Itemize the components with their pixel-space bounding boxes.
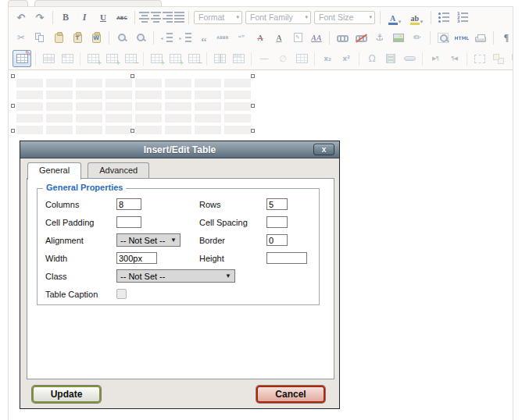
- split-merged-cells-icon[interactable]: [211, 51, 228, 66]
- insert-column-after-icon[interactable]: +: [166, 51, 184, 66]
- alignment-select[interactable]: -- Not Set --▼: [116, 233, 181, 247]
- table-cell[interactable]: [195, 102, 221, 111]
- table-cell-properties-icon[interactable]: [59, 51, 76, 66]
- rows-input[interactable]: [266, 198, 288, 210]
- insert-row-after-icon[interactable]: +: [103, 51, 120, 66]
- insert-advanced-hr-icon[interactable]: [401, 51, 418, 66]
- table-cell[interactable]: [76, 114, 102, 123]
- table-cell[interactable]: [76, 102, 102, 111]
- class-select[interactable]: -- Not Set --▼: [116, 269, 235, 283]
- toggle-guidelines-icon[interactable]: [293, 51, 310, 66]
- table-cell[interactable]: [105, 126, 132, 134]
- align-center-icon[interactable]: [151, 9, 161, 25]
- align-justify-icon[interactable]: [174, 9, 184, 25]
- font-family-select[interactable]: Font Family▾: [245, 11, 311, 24]
- table-cell[interactable]: [76, 126, 102, 134]
- indent-icon[interactable]: ▸: [177, 30, 194, 45]
- table-row-properties-icon[interactable]: [40, 51, 57, 66]
- selection-handle[interactable]: [251, 104, 255, 108]
- unlink-icon[interactable]: [352, 30, 370, 45]
- table-cell[interactable]: [165, 114, 191, 123]
- cell-padding-input[interactable]: [116, 216, 141, 228]
- selection-handle[interactable]: [11, 74, 15, 78]
- selection-handle[interactable]: [130, 74, 134, 78]
- table-cell[interactable]: [46, 126, 73, 134]
- insert-row-before-icon[interactable]: +: [84, 51, 102, 66]
- table-cell[interactable]: [135, 79, 162, 87]
- table-cell[interactable]: [224, 79, 251, 87]
- paste-icon[interactable]: [50, 30, 67, 45]
- find-icon[interactable]: [113, 30, 130, 45]
- anchor-icon[interactable]: ⚓: [371, 30, 388, 45]
- table-cell[interactable]: [76, 79, 102, 87]
- border-input[interactable]: [266, 234, 288, 246]
- selection-handle[interactable]: [130, 129, 134, 133]
- table-cell[interactable]: [165, 102, 191, 111]
- update-button[interactable]: Update: [32, 386, 101, 403]
- deleted-text-icon[interactable]: A: [252, 30, 269, 45]
- italic-icon[interactable]: I: [76, 9, 93, 25]
- selection-handle[interactable]: [11, 129, 15, 133]
- font-size-select[interactable]: Font Size▾: [314, 11, 375, 24]
- table-cell[interactable]: [195, 114, 221, 123]
- citation-icon[interactable]: “”: [233, 30, 250, 45]
- insert-column-before-icon[interactable]: +: [148, 51, 165, 66]
- selection-handle[interactable]: [11, 104, 15, 108]
- left-to-right-icon[interactable]: ▶¶: [427, 51, 444, 66]
- bring-forward-icon[interactable]: [490, 51, 507, 66]
- table-cell[interactable]: [76, 91, 102, 99]
- table-cell[interactable]: [16, 79, 43, 87]
- table-cell[interactable]: [16, 126, 43, 134]
- edit-attributes-icon[interactable]: ✎: [289, 30, 306, 45]
- format-select[interactable]: Format▾: [194, 11, 242, 24]
- align-right-icon[interactable]: [163, 9, 173, 25]
- table-cell[interactable]: [195, 79, 221, 87]
- subscript-icon[interactable]: x₂: [319, 51, 336, 66]
- table-cell[interactable]: [165, 79, 191, 87]
- blockquote-icon[interactable]: “: [195, 30, 213, 45]
- redo-icon[interactable]: ↷: [31, 9, 48, 25]
- tab-advanced[interactable]: Advanced: [88, 162, 149, 178]
- insert-horizontal-line-icon[interactable]: —: [256, 51, 273, 66]
- bullet-list-icon[interactable]: [435, 9, 452, 25]
- dialog-titlebar[interactable]: Insert/Edit Table x: [20, 141, 339, 158]
- tab-general[interactable]: General: [27, 162, 81, 180]
- superscript-icon[interactable]: x²: [338, 51, 355, 66]
- table-cell[interactable]: [105, 91, 132, 99]
- underline-icon[interactable]: U: [95, 9, 112, 25]
- table-cell[interactable]: [105, 114, 132, 123]
- table-caption-checkbox[interactable]: [116, 289, 127, 299]
- delete-column-icon[interactable]: −: [185, 51, 202, 66]
- table-cell[interactable]: [135, 114, 162, 123]
- table-cell[interactable]: [105, 102, 132, 111]
- delete-row-icon[interactable]: −: [122, 51, 139, 66]
- insert-edit-table-icon[interactable]: ✎: [13, 50, 31, 67]
- cancel-button[interactable]: Cancel: [256, 386, 325, 403]
- cleanup-code-icon[interactable]: ✏: [409, 30, 426, 45]
- table-cell[interactable]: [224, 102, 251, 111]
- table-cell[interactable]: [165, 126, 191, 134]
- paste-as-text-icon[interactable]: T: [69, 30, 86, 45]
- align-left-icon[interactable]: [139, 9, 149, 25]
- text-color-icon[interactable]: A▾: [384, 9, 405, 25]
- table-cell[interactable]: [135, 91, 162, 99]
- copy-icon[interactable]: [31, 30, 48, 45]
- table-cell[interactable]: [195, 91, 221, 99]
- table-cell[interactable]: [46, 79, 73, 87]
- paste-from-word-icon[interactable]: W: [88, 30, 105, 45]
- insert-media-icon[interactable]: [382, 51, 399, 66]
- show-hidden-characters-icon[interactable]: ¶: [498, 30, 513, 45]
- table-cell[interactable]: [16, 102, 43, 111]
- height-input[interactable]: [266, 252, 307, 264]
- selection-handle[interactable]: [251, 74, 255, 78]
- close-icon[interactable]: x: [313, 144, 334, 155]
- print-icon[interactable]: [472, 30, 489, 45]
- send-backward-icon[interactable]: [509, 51, 513, 66]
- width-input[interactable]: [116, 252, 157, 264]
- table-cell[interactable]: [46, 102, 73, 111]
- columns-input[interactable]: [116, 198, 141, 210]
- undo-icon[interactable]: ↶: [13, 9, 30, 25]
- outdent-icon[interactable]: ◂: [158, 30, 175, 45]
- edit-html-source-icon[interactable]: HTML: [453, 30, 470, 45]
- cut-icon[interactable]: ✂: [13, 30, 30, 45]
